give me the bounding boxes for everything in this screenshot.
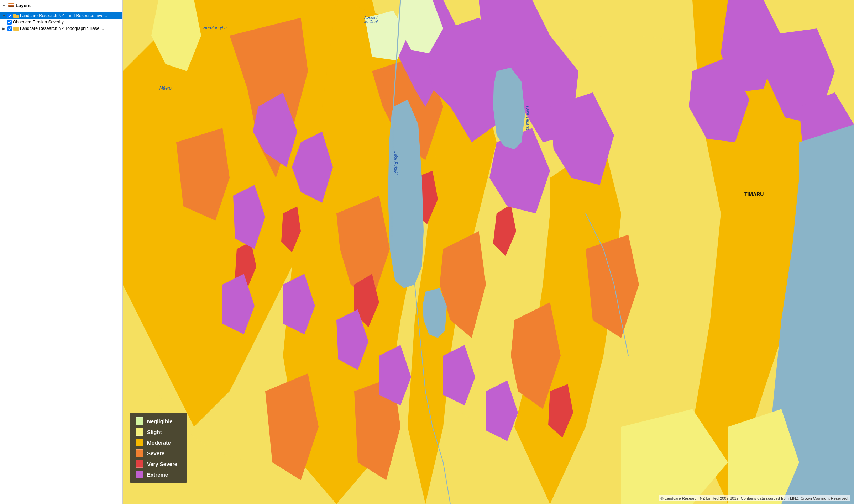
legend-item-negligible: Negligible	[136, 417, 181, 425]
layer1-checkbox[interactable]	[7, 20, 12, 25]
layer1-label: Observed Erosion Severity	[13, 20, 64, 25]
svg-rect-3	[13, 15, 19, 18]
legend-item-very-severe: Very Severe	[136, 460, 181, 468]
svg-rect-0	[8, 3, 14, 4]
group1-label: Landcare Research NZ Land Resource Inve.…	[20, 13, 107, 18]
copyright-text: © Landcare Research NZ Limited 2009-2019…	[659, 495, 850, 501]
legend-swatch	[136, 449, 143, 457]
svg-rect-6	[13, 27, 16, 28]
map-canvas	[123, 0, 854, 504]
tree-group-1[interactable]: ▼ Landcare Research NZ Land Resource Inv…	[0, 12, 122, 19]
layers-icon	[8, 2, 14, 9]
legend-swatch	[136, 439, 143, 446]
legend-items: NegligibleSlightModerateSevereVery Sever…	[136, 417, 181, 478]
legend-label: Severe	[147, 450, 164, 456]
svg-rect-5	[13, 27, 19, 31]
group2-label: Landcare Research NZ Topographic Basel..…	[20, 26, 104, 31]
legend-swatch	[136, 471, 143, 478]
folder-icon-2	[13, 26, 19, 31]
svg-rect-2	[8, 6, 14, 7]
group2-checkbox[interactable]	[7, 26, 12, 31]
tree-container: ▼ Landcare Research NZ Land Resource Inv…	[0, 11, 122, 504]
legend-label: Extreme	[147, 472, 168, 478]
folder-icon	[13, 14, 19, 18]
legend: NegligibleSlightModerateSevereVery Sever…	[130, 413, 187, 483]
group1-checkbox[interactable]	[7, 14, 12, 18]
legend-label: Negligible	[147, 418, 173, 424]
tree-layer-1[interactable]: Observed Erosion Severity	[0, 19, 122, 25]
legend-label: Moderate	[147, 440, 171, 446]
group2-expand-icon[interactable]: ▶	[1, 26, 6, 31]
legend-swatch	[136, 428, 143, 436]
legend-item-moderate: Moderate	[136, 439, 181, 446]
sidebar-collapse-icon[interactable]: ▼	[1, 3, 6, 8]
layers-title: Layers	[16, 3, 31, 8]
legend-item-slight: Slight	[136, 428, 181, 436]
map-area[interactable]: Heretanryhā Aoraki /Mt Cook Lake Tekapo …	[123, 0, 854, 504]
legend-swatch	[136, 417, 143, 425]
legend-label: Slight	[147, 429, 162, 435]
svg-rect-4	[13, 14, 16, 15]
tree-group-2[interactable]: ▶ Landcare Research NZ Topographic Basel…	[0, 25, 122, 32]
sidebar: ▼ Layers ▼ Landcare Research NZ Land Res…	[0, 0, 123, 504]
svg-rect-1	[8, 5, 14, 6]
legend-swatch	[136, 460, 143, 468]
sidebar-header: ▼ Layers	[0, 0, 122, 11]
legend-label: Very Severe	[147, 461, 177, 467]
legend-item-extreme: Extreme	[136, 471, 181, 478]
legend-item-severe: Severe	[136, 449, 181, 457]
group1-expand-icon[interactable]: ▼	[1, 13, 6, 18]
